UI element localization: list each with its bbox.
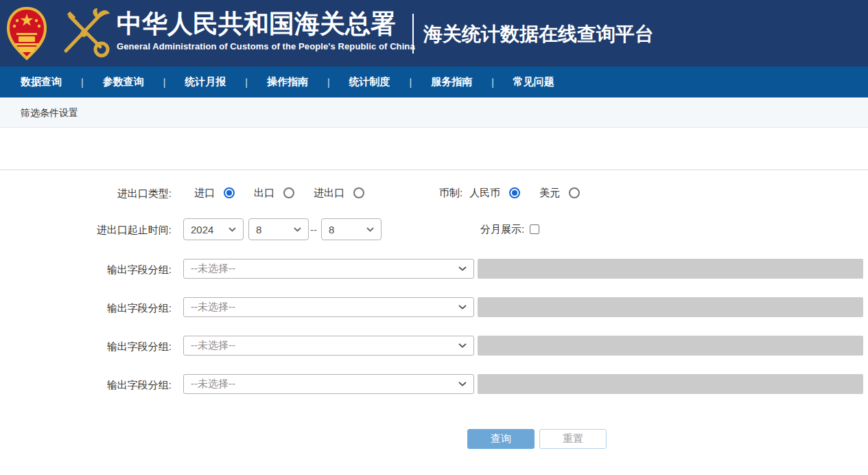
nav-item-operation-guide[interactable]: 操作指南 xyxy=(267,76,308,89)
nav-item-statistical-system[interactable]: 统计制度 xyxy=(349,76,390,89)
header-title-divider xyxy=(412,14,414,54)
nav-item-service-guide[interactable]: 服务指南 xyxy=(431,76,472,89)
section-divider xyxy=(0,170,868,170)
time-range-label: 进出口起止时间: xyxy=(0,224,172,237)
output-group-select-1[interactable]: --未选择-- xyxy=(183,259,474,279)
trade-type-option-import: 进口 xyxy=(194,187,235,200)
currency-radio-cny[interactable] xyxy=(509,187,520,198)
trade-type-option-import-export: 进出口 xyxy=(314,187,364,200)
query-button[interactable]: 查询 xyxy=(467,429,535,449)
output-group-select-4[interactable]: --未选择-- xyxy=(183,374,474,394)
option-label: 出口 xyxy=(254,187,274,200)
trade-type-radio-export[interactable] xyxy=(283,187,294,198)
org-title: 中华人民共和国海关总署 xyxy=(117,8,412,40)
start-month-select[interactable]: 8 xyxy=(248,218,309,240)
monthly-display-label: 分月展示: xyxy=(480,223,524,236)
nav-separator: | xyxy=(245,77,248,88)
end-month-select[interactable]: 8 xyxy=(321,218,382,240)
trade-type-option-export: 出口 xyxy=(254,187,294,200)
chevron-down-icon xyxy=(228,227,236,232)
chevron-down-icon xyxy=(458,305,467,310)
nav-item-faq[interactable]: 常见问题 xyxy=(513,76,554,89)
chevron-down-icon xyxy=(294,227,301,232)
chevron-down-icon xyxy=(366,227,374,232)
currency-option-usd: 美元 xyxy=(539,187,580,200)
monthly-display-group: 分月展示: xyxy=(480,222,539,237)
nav-separator: | xyxy=(491,77,494,88)
output-group-value-bar-2 xyxy=(478,297,863,317)
currency-label: 币制: xyxy=(439,187,462,200)
chevron-down-icon xyxy=(458,343,467,348)
nav-separator: | xyxy=(163,77,166,88)
end-month-select-value: 8 xyxy=(329,224,334,235)
nav-item-data-query[interactable]: 数据查询 xyxy=(21,76,62,89)
output-group-select-3[interactable]: --未选择-- xyxy=(183,336,474,356)
trade-type-radio-import[interactable] xyxy=(224,187,235,198)
main-nav: 数据查询 | 参数查询 | 统计月报 | 操作指南 | 统计制度 | 服务指南 … xyxy=(0,67,868,97)
trade-type-radio-group: 进口 出口 进出口 xyxy=(194,185,384,200)
year-select-value: 2024 xyxy=(191,224,213,235)
site-header: 中华人民共和国海关总署 General Administration of Cu… xyxy=(0,0,868,67)
nav-separator: | xyxy=(327,77,330,88)
output-group-value-bar-1 xyxy=(478,259,863,279)
chevron-down-icon xyxy=(458,382,467,386)
nav-item-monthly-report[interactable]: 统计月报 xyxy=(185,76,226,89)
chevron-down-icon xyxy=(458,266,467,271)
start-month-select-value: 8 xyxy=(256,224,261,235)
customs-key-logo-icon xyxy=(56,7,111,60)
nav-separator: | xyxy=(81,77,84,88)
output-group-select-2[interactable]: --未选择-- xyxy=(183,297,474,317)
nav-item-param-query[interactable]: 参数查询 xyxy=(103,76,144,89)
breadcrumb: 筛选条件设置 xyxy=(0,97,868,128)
customs-query-page: 中华人民共和国海关总署 General Administration of Cu… xyxy=(0,0,868,475)
option-label: 进口 xyxy=(194,187,215,200)
year-select[interactable]: 2024 xyxy=(183,218,244,240)
option-label: 进出口 xyxy=(314,187,344,200)
output-group-select-2-value: --未选择-- xyxy=(191,301,235,314)
output-group-select-4-value: --未选择-- xyxy=(191,378,235,391)
reset-button[interactable]: 重置 xyxy=(539,429,607,449)
output-group-value-bar-4 xyxy=(478,374,863,394)
output-group-label-3: 输出字段分组: xyxy=(0,340,172,354)
output-group-value-bar-3 xyxy=(478,336,863,356)
national-emblem-icon xyxy=(5,5,48,62)
option-label: 人民币 xyxy=(469,187,500,200)
output-group-label-2: 输出字段分组: xyxy=(0,302,172,315)
output-group-label-1: 输出字段分组: xyxy=(0,264,172,277)
site-title: 海关统计数据在线查询平台 xyxy=(423,21,654,47)
org-subtitle: General Administration of Customs of the… xyxy=(117,41,412,51)
output-group-label-4: 输出字段分组: xyxy=(0,379,172,392)
currency-radio-group: 币制: 人民币 美元 xyxy=(439,185,599,200)
output-group-select-1-value: --未选择-- xyxy=(191,262,235,275)
nav-separator: | xyxy=(410,77,412,88)
trade-type-radio-import-export[interactable] xyxy=(353,187,364,198)
output-group-select-3-value: --未选择-- xyxy=(191,339,235,352)
range-separator: -- xyxy=(310,224,317,235)
monthly-display-checkbox[interactable] xyxy=(530,224,539,234)
currency-radio-usd[interactable] xyxy=(569,187,580,198)
currency-option-cny: 人民币 xyxy=(469,187,520,200)
trade-type-label: 进出口类型: xyxy=(0,187,172,200)
option-label: 美元 xyxy=(539,187,560,200)
